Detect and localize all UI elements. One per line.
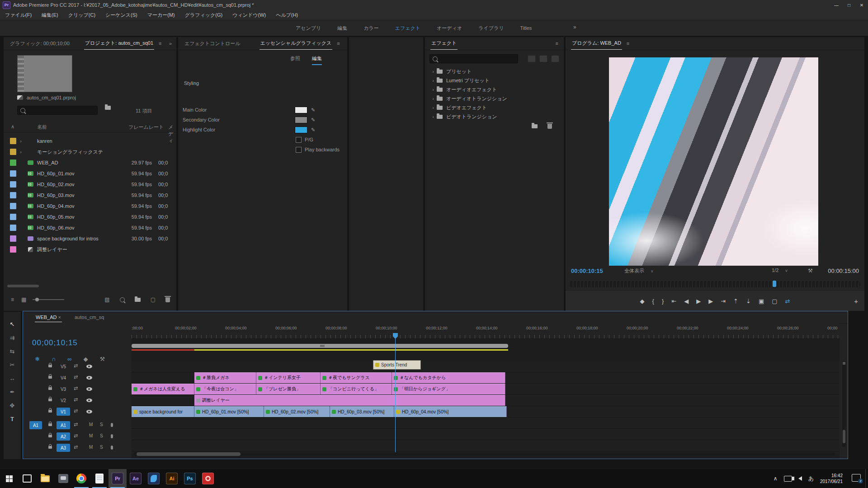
- track-name-button[interactable]: V1: [57, 408, 70, 416]
- solo-button[interactable]: S: [100, 422, 103, 427]
- tool-button[interactable]: ✒: [10, 389, 15, 397]
- voiceover-record-icon[interactable]: [111, 446, 113, 450]
- tool-button[interactable]: ⇉: [10, 334, 15, 343]
- item-name[interactable]: kanren: [37, 138, 116, 144]
- item-name[interactable]: HD_60p_02.mov: [37, 182, 116, 187]
- label-color-chip[interactable]: [10, 192, 16, 198]
- checkbox[interactable]: [296, 147, 302, 153]
- project-item-row[interactable]: WEB_AD 29.97 fps 00;0: [4, 157, 176, 168]
- workspace-overflow-icon[interactable]: »: [573, 24, 576, 30]
- icon-view-icon[interactable]: ▦: [21, 296, 26, 303]
- sync-lock-icon[interactable]: ⇄: [74, 444, 78, 450]
- subtab-browse[interactable]: 参照: [290, 55, 300, 65]
- list-view-icon[interactable]: ≡: [11, 296, 14, 303]
- tool-button[interactable]: ✥: [10, 402, 15, 410]
- workspace-tab[interactable]: アセンブリ: [289, 25, 327, 32]
- timeline-clip[interactable]: ＃メガネは人生変える: [132, 384, 194, 394]
- tool-button[interactable]: ↖: [10, 321, 15, 329]
- effects-folder-row[interactable]: › ビデオエフェクト: [425, 103, 564, 112]
- track-name-button[interactable]: V3: [57, 385, 70, 393]
- project-item-row[interactable]: HD_60p_01.mov 59.94 fps 00;0: [4, 168, 176, 179]
- transport-button[interactable]: ⇥: [721, 298, 726, 305]
- tool-button[interactable]: ✂: [10, 361, 15, 370]
- expand-chevron-icon[interactable]: ›: [429, 78, 437, 83]
- thumbnail-zoom-slider[interactable]: [33, 299, 64, 300]
- track-lock-icon[interactable]: [48, 423, 52, 426]
- subtab-edit[interactable]: 編集: [312, 55, 322, 65]
- sync-lock-icon[interactable]: ⇄: [74, 385, 78, 391]
- tool-button[interactable]: T: [10, 416, 14, 424]
- sync-lock-icon[interactable]: ⇄: [74, 422, 78, 427]
- column-framerate[interactable]: フレームレート: [128, 124, 164, 131]
- taskbar-app-icon[interactable]: [54, 469, 72, 488]
- folder-name[interactable]: オーディオエフェクト: [446, 86, 497, 93]
- label-color-chip[interactable]: [10, 203, 16, 209]
- project-item-row[interactable]: HD_60p_02.mov 59.94 fps 00;0: [4, 179, 176, 190]
- timeline-clip[interactable]: 「明日からジョギング」: [392, 384, 505, 394]
- item-name[interactable]: HD_60p_05.mov: [37, 214, 116, 220]
- work-area-bar[interactable]: [132, 344, 508, 348]
- track-lock-icon[interactable]: [48, 387, 52, 390]
- sync-lock-icon[interactable]: ⇄: [74, 408, 78, 414]
- timeline-clip[interactable]: space background for: [132, 406, 194, 417]
- tab-essential-graphics[interactable]: エッセンシャルグラフィックス: [259, 37, 333, 50]
- tab-effects[interactable]: エフェクト: [430, 37, 458, 50]
- label-color-chip[interactable]: [10, 160, 16, 166]
- transport-button[interactable]: ▶: [696, 298, 701, 305]
- eyedropper-icon[interactable]: ✎: [311, 107, 315, 113]
- item-name[interactable]: 調整レイヤー: [37, 246, 116, 253]
- effects-folder-row[interactable]: › Lumetri プリセット: [425, 76, 564, 85]
- solo-button[interactable]: S: [100, 445, 103, 450]
- item-name[interactable]: HD_60p_06.mov: [37, 225, 116, 230]
- color-swatch[interactable]: [295, 107, 307, 113]
- project-item-row[interactable]: 調整レイヤー: [4, 244, 176, 255]
- scrubber-playhead[interactable]: [773, 281, 776, 287]
- mute-button[interactable]: M: [89, 433, 93, 438]
- new-custom-bin-icon[interactable]: [532, 124, 538, 128]
- settings-wrench-icon[interactable]: ⚒: [808, 267, 813, 274]
- timeline-content-area[interactable]: ;00;0000;00;02;0000;00;04;0000;00;06;000…: [132, 323, 840, 459]
- effects-folder-row[interactable]: › プリセット: [425, 67, 564, 76]
- sync-lock-icon[interactable]: ⇄: [74, 374, 78, 380]
- tab-effect-controls[interactable]: エフェクトコントロール: [184, 38, 241, 50]
- horizontal-scrollbar[interactable]: [7, 285, 39, 287]
- taskbar-app-icon[interactable]: [72, 469, 90, 488]
- transport-button[interactable]: ▢: [772, 298, 777, 305]
- tool-button[interactable]: ⇆: [10, 348, 15, 356]
- delete-custom-item-icon[interactable]: [547, 124, 552, 129]
- timeline-clip[interactable]: HD_60p_04.mov [50%]: [394, 406, 507, 417]
- folder-name[interactable]: オーディオトランジション: [446, 95, 507, 102]
- folder-name[interactable]: ビデオエフェクト: [446, 104, 487, 111]
- tab-graphics[interactable]: グラフィック: 00;00;10;00: [9, 38, 71, 50]
- speaker-icon[interactable]: [798, 476, 802, 481]
- label-color-chip[interactable]: [10, 225, 16, 231]
- item-name[interactable]: HD_60p_03.mov: [37, 192, 116, 198]
- checkbox[interactable]: [296, 137, 302, 143]
- sync-lock-icon[interactable]: ⇄: [74, 433, 78, 439]
- search-bin-icon[interactable]: [105, 106, 111, 110]
- transport-button[interactable]: }: [662, 298, 664, 305]
- track-output-eye-icon[interactable]: [86, 399, 92, 402]
- project-item-row[interactable]: HD_60p_06.mov 59.94 fps 00;0: [4, 222, 176, 233]
- track-lock-icon[interactable]: [48, 410, 52, 413]
- label-color-chip[interactable]: [10, 170, 16, 177]
- solo-button[interactable]: S: [100, 433, 103, 438]
- track-output-eye-icon[interactable]: [86, 365, 92, 368]
- menu-item[interactable]: マーカー(M): [142, 10, 180, 20]
- sync-lock-icon[interactable]: ⇄: [74, 397, 78, 403]
- voiceover-record-icon[interactable]: [111, 423, 113, 427]
- action-center-icon[interactable]: 2: [852, 474, 861, 482]
- project-item-row[interactable]: HD_60p_05.mov 59.94 fps 00;0: [4, 211, 176, 222]
- panel-menu-icon[interactable]: ≡: [556, 41, 558, 46]
- zoom-level-dropdown[interactable]: 全体表示∨: [624, 267, 654, 274]
- color-swatch[interactable]: [295, 127, 307, 133]
- transport-button[interactable]: ▣: [759, 298, 764, 305]
- transport-button[interactable]: ◀: [684, 298, 689, 305]
- expand-chevron-icon[interactable]: ›: [16, 138, 25, 144]
- track-output-eye-icon[interactable]: [86, 410, 92, 413]
- sort-chevron-icon[interactable]: ∧: [11, 124, 14, 130]
- show-desktop-button[interactable]: [865, 469, 868, 488]
- voiceover-record-icon[interactable]: [111, 434, 113, 438]
- menu-item[interactable]: ヘルプ(H): [271, 10, 303, 20]
- panel-menu-icon[interactable]: ≡: [627, 41, 629, 46]
